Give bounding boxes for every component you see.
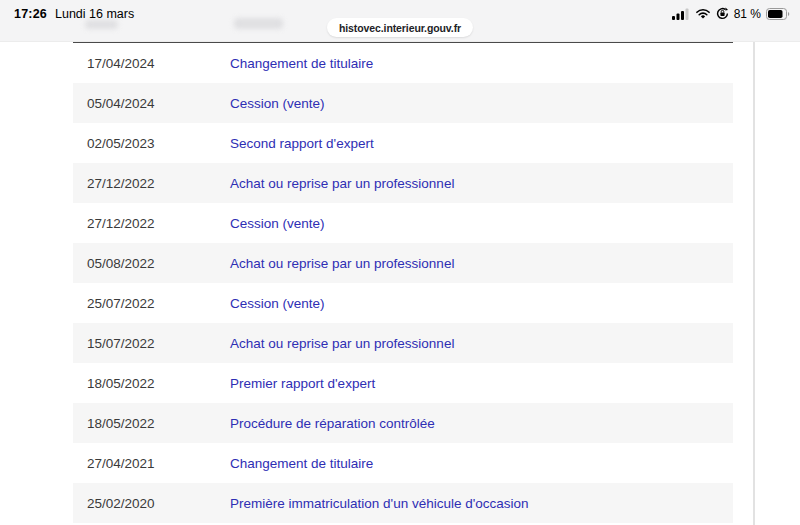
history-table-row[interactable]: 27/04/2021 Changement de titulaire (73, 443, 733, 483)
page-right-divider (753, 36, 755, 525)
history-date-cell: 25/02/2020 (73, 496, 230, 511)
history-date-cell: 27/12/2022 (73, 216, 230, 231)
cellular-signal-icon (672, 8, 690, 20)
history-table-row[interactable]: 27/12/2022 Cession (vente) (73, 203, 733, 243)
history-operation-link[interactable]: Premier rapport d'expert (230, 376, 733, 391)
history-table-row[interactable]: 25/02/2020 Première immatriculation d'un… (73, 483, 733, 523)
history-date-cell: 27/04/2021 (73, 456, 230, 471)
history-table-row[interactable]: 05/04/2024 Cession (vente) (73, 83, 733, 123)
history-operation-link[interactable]: Achat ou reprise par un professionnel (230, 176, 733, 191)
history-date-cell: 02/05/2023 (73, 136, 230, 151)
clock-time: 17:26 (14, 7, 47, 21)
history-date-cell: 27/12/2022 (73, 176, 230, 191)
address-bar[interactable]: histovec.interieur.gouv.fr (327, 18, 473, 37)
battery-icon (766, 8, 790, 20)
history-table-row[interactable]: 18/05/2022 Procédure de réparation contr… (73, 403, 733, 443)
history-operation-link[interactable]: Changement de titulaire (230, 56, 733, 71)
vehicle-history-table: 17/04/2024 Changement de titulaire 05/04… (73, 41, 733, 523)
history-date-cell: 18/05/2022 (73, 416, 230, 431)
history-operation-link[interactable]: Cession (vente) (230, 216, 733, 231)
history-date-cell: 05/04/2024 (73, 96, 230, 111)
status-bar-right: 81 % (672, 6, 790, 21)
status-bar-left: 17:26 Lundi 16 mars (14, 6, 134, 22)
history-date-cell: 18/05/2022 (73, 376, 230, 391)
history-operation-link[interactable]: Changement de titulaire (230, 456, 733, 471)
history-table-row[interactable]: 02/05/2023 Second rapport d'expert (73, 123, 733, 163)
wifi-icon (695, 8, 711, 20)
history-table-row[interactable]: 15/07/2022 Achat ou reprise par un profe… (73, 323, 733, 363)
history-date-cell: 05/08/2022 (73, 256, 230, 271)
history-operation-link[interactable]: Cession (vente) (230, 96, 733, 111)
status-date: Lundi 16 mars (55, 7, 134, 21)
history-table-row[interactable]: 05/08/2022 Achat ou reprise par un profe… (73, 243, 733, 283)
orientation-lock-icon (716, 7, 729, 20)
history-operation-link[interactable]: Achat ou reprise par un professionnel (230, 256, 733, 271)
browser-toolbar: 17:26 Lundi 16 mars histovec.interieur.g… (0, 0, 800, 42)
history-operation-link[interactable]: Second rapport d'expert (230, 136, 733, 151)
history-date-cell: 25/07/2022 (73, 296, 230, 311)
history-table-row[interactable]: 25/07/2022 Cession (vente) (73, 283, 733, 323)
history-operation-link[interactable]: Achat ou reprise par un professionnel (230, 336, 733, 351)
history-date-cell: 15/07/2022 (73, 336, 230, 351)
history-table-row[interactable]: 17/04/2024 Changement de titulaire (73, 43, 733, 83)
battery-percent-label: 81 % (734, 7, 761, 21)
history-table-row[interactable]: 27/12/2022 Achat ou reprise par un profe… (73, 163, 733, 203)
address-bar-url: histovec.interieur.gouv.fr (339, 22, 461, 34)
history-operation-link[interactable]: Procédure de réparation contrôlée (230, 416, 733, 431)
history-operation-link[interactable]: Cession (vente) (230, 296, 733, 311)
history-date-cell: 17/04/2024 (73, 56, 230, 71)
blurred-page-header-operation (234, 18, 283, 29)
history-table-row[interactable]: 18/05/2022 Premier rapport d'expert (73, 363, 733, 403)
history-operation-link[interactable]: Première immatriculation d'un véhicule d… (230, 496, 733, 511)
